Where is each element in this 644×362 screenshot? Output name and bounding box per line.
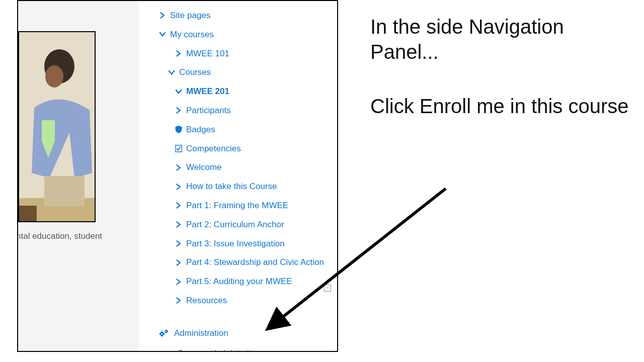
chevron-right-icon: [159, 12, 166, 19]
admin-heading-text: Administration: [174, 328, 228, 338]
chevron-down-icon: [159, 31, 166, 38]
svg-rect-8: [176, 145, 182, 152]
cropped-body-text: ntal education, student: [17, 231, 117, 241]
chevron-right-icon: [175, 164, 182, 171]
svg-rect-14: [164, 333, 165, 334]
chevron-right-icon: [175, 259, 182, 266]
chevron-right-icon: [175, 297, 182, 304]
nav-link[interactable]: My courses: [170, 29, 214, 41]
nav-part-2[interactable]: Part 2: Curriculum Anchor: [139, 215, 337, 234]
instruction-line-1: In the side Navigation Panel...: [370, 14, 632, 64]
nav-resources[interactable]: Resources: [139, 291, 337, 310]
svg-rect-13: [159, 333, 160, 334]
svg-point-16: [166, 331, 167, 332]
nav-link[interactable]: Courses: [179, 66, 211, 78]
person-silhouette-illustration: [19, 32, 95, 221]
gears-icon: [159, 329, 169, 338]
screenshot-region: ntal education, student Site pages My co…: [17, 0, 338, 352]
nav-link[interactable]: Part 3: Issue Investigation: [186, 238, 285, 250]
administration-block: Administration: [139, 325, 337, 341]
nav-mwee-101[interactable]: MWEE 101: [139, 44, 337, 63]
chevron-right-icon: [175, 183, 182, 190]
chevron-down-icon: [175, 88, 182, 95]
svg-rect-2: [19, 206, 37, 221]
nav-link[interactable]: Part 2: Curriculum Anchor: [186, 219, 284, 231]
nav-site-pages[interactable]: Site pages: [139, 6, 337, 25]
instruction-line-2: Click Enroll me in this course: [370, 94, 632, 119]
nav-my-courses[interactable]: My courses: [139, 25, 337, 44]
chevron-right-icon: [175, 107, 182, 114]
chevron-right-icon: [175, 278, 182, 285]
shield-icon: [175, 126, 182, 133]
nav-link[interactable]: Part 4: Stewardship and Civic Action: [186, 256, 324, 268]
nav-link[interactable]: Welcome: [186, 161, 222, 173]
block-collapse-button[interactable]: −: [324, 285, 331, 292]
chevron-right-icon: [175, 202, 182, 209]
nav-link[interactable]: Resources: [186, 295, 227, 307]
svg-rect-5: [44, 176, 85, 206]
nav-welcome[interactable]: Welcome: [139, 158, 337, 177]
chevron-right-icon: [175, 50, 182, 57]
nav-link[interactable]: Competencies: [186, 143, 241, 155]
chevron-down-icon: [168, 69, 175, 76]
nav-competencies[interactable]: Competencies: [139, 139, 337, 158]
nav-courses[interactable]: Courses: [139, 63, 337, 82]
nav-part-5[interactable]: Part 5: Auditing your MWEE: [139, 272, 337, 291]
svg-rect-12: [162, 336, 163, 337]
nav-link[interactable]: MWEE 101: [186, 48, 229, 60]
nav-link[interactable]: How to take this Course: [186, 180, 277, 193]
navigation-sidebar: Site pages My courses MWEE 101 Courses M: [139, 1, 337, 351]
nav-participants[interactable]: Participants: [139, 101, 337, 120]
nav-part-1[interactable]: Part 1: Framing the MWEE: [139, 196, 337, 215]
nav-part-4[interactable]: Part 4: Stewardship and Civic Action: [139, 253, 337, 272]
chevron-down-icon: [167, 349, 173, 352]
nav-badges[interactable]: Badges: [139, 120, 337, 139]
nav-link[interactable]: MWEE 201: [186, 85, 229, 98]
chevron-right-icon: [175, 221, 182, 228]
nav-part-3[interactable]: Part 3: Issue Investigation: [139, 234, 337, 253]
chevron-right-icon: [175, 240, 182, 247]
svg-point-10: [162, 333, 163, 334]
nav-link[interactable]: Part 1: Framing the MWEE: [186, 200, 288, 212]
nav-link[interactable]: Participants: [186, 105, 231, 117]
nav-link[interactable]: Site pages: [170, 10, 210, 22]
course-admin-link[interactable]: Course administration: [177, 348, 260, 352]
nav-how-to-take-course[interactable]: How to take this Course: [139, 177, 337, 196]
svg-rect-11: [162, 331, 163, 332]
instruction-text: In the side Navigation Panel... Click En…: [370, 14, 632, 119]
course-administration[interactable]: Course administration: [139, 341, 337, 352]
administration-heading[interactable]: Administration: [159, 325, 337, 341]
checkbox-checked-icon: [175, 145, 182, 152]
svg-point-4: [45, 65, 63, 87]
nav-link[interactable]: Badges: [186, 124, 215, 136]
svg-rect-6: [42, 120, 55, 141]
nav-link[interactable]: Part 5: Auditing your MWEE: [186, 276, 292, 288]
nav-mwee-201[interactable]: MWEE 201: [139, 82, 337, 101]
course-photo-placeholder: [18, 31, 96, 222]
